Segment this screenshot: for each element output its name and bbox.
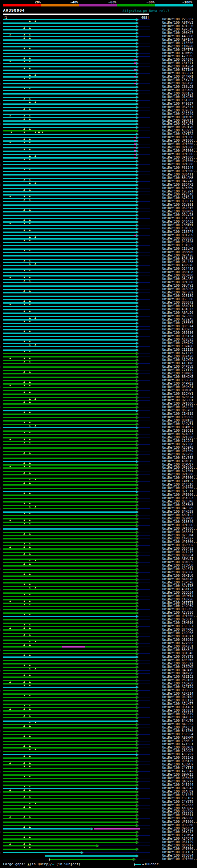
alignment-bar[interactable] — [3, 586, 136, 587]
alignment-row[interactable]: UniRef100_P69103 — [0, 678, 197, 682]
alignment-row[interactable]: UniRef100_A9P1N7 — [0, 38, 197, 41]
alignment-row[interactable]: UniRef100_Q0GN69 — [0, 210, 197, 213]
alignment-row[interactable]: UniRef100_C1MZG8 — [0, 45, 197, 48]
alignment-row[interactable]: UniRef100_B4K3F2 — [0, 726, 197, 729]
subject-label[interactable]: UniRef100_B8NT05 — [162, 419, 197, 422]
alignment-bar[interactable] — [3, 319, 136, 320]
alignment-row[interactable]: UniRef100_UPI000.. — [0, 847, 197, 850]
alignment-bar[interactable] — [3, 656, 136, 658]
subject-label[interactable]: UniRef100_B7T1N8 — [162, 68, 197, 71]
subject-label[interactable]: UniRef100_A9TLL0 — [162, 24, 197, 28]
alignment-row[interactable]: UniRef100_Q6J0Y5 — [0, 206, 197, 210]
subject-label[interactable]: UniRef100_Q4Q7Y7 — [162, 780, 197, 783]
alignment-row[interactable]: UniRef100_C1B7P4 — [0, 230, 197, 234]
alignment-row[interactable]: UniRef100_A8WUZ1 — [0, 557, 197, 560]
alignment-row[interactable]: UniRef100_O61129 — [0, 840, 197, 844]
subject-label[interactable]: UniRef100_UPI000.. — [162, 820, 197, 823]
alignment-bar[interactable] — [3, 198, 136, 199]
alignment-bar[interactable] — [3, 117, 136, 118]
alignment-bar[interactable] — [3, 697, 136, 698]
alignment-bar[interactable] — [3, 761, 136, 762]
alignment-row[interactable]: UniRef100_P63244 — [0, 166, 197, 169]
alignment-bar[interactable] — [3, 693, 136, 695]
alignment-bar[interactable] — [3, 326, 136, 327]
alignment-bar[interactable] — [3, 130, 136, 131]
alignment-bar[interactable] — [3, 313, 136, 314]
alignment-bar[interactable] — [3, 120, 136, 122]
alignment-bar[interactable] — [3, 178, 136, 179]
alignment-row[interactable]: UniRef100_C6ZQW2 — [0, 665, 197, 669]
alignment-row[interactable]: UniRef100_Q95NJ3 — [0, 776, 197, 780]
alignment-row[interactable]: UniRef100_C1E856 — [0, 41, 197, 45]
alignment-row[interactable]: UniRef100_Q0CSY4 — [0, 324, 197, 328]
alignment-bar[interactable] — [3, 525, 136, 526]
subject-label[interactable]: UniRef100_Q6VEJ7 — [162, 105, 197, 109]
subject-label[interactable]: UniRef100_A9BKM7 — [162, 736, 197, 739]
alignment-bar[interactable] — [3, 764, 136, 766]
alignment-bar[interactable] — [3, 623, 136, 624]
subject-label[interactable]: UniRef100_B7SP58 — [162, 453, 197, 456]
alignment-row[interactable]: UniRef100_UPI000.. — [0, 156, 197, 159]
subject-label[interactable]: UniRef100_A5E792 — [162, 752, 197, 756]
alignment-bar[interactable] — [3, 309, 136, 310]
alignment-bar[interactable] — [3, 784, 136, 786]
alignment-bar[interactable] — [3, 110, 136, 112]
alignment-row[interactable]: UniRef100_C4PG27 — [0, 537, 197, 540]
subject-label[interactable]: UniRef100_C1H819 — [162, 412, 197, 415]
alignment-bar[interactable] — [3, 349, 136, 351]
subject-label[interactable]: UniRef100_C4JRS6 — [162, 598, 197, 601]
alignment-row[interactable]: UniRef100_Q801L9 — [0, 92, 197, 95]
alignment-row[interactable]: UniRef100_B7G365 — [0, 314, 197, 318]
alignment-bar[interactable] — [3, 306, 136, 307]
alignment-bar[interactable] — [3, 269, 136, 270]
alignment-row[interactable]: UniRef100_Q5DD54 — [0, 591, 197, 594]
alignment-row[interactable]: UniRef100_Q95PD5 — [0, 608, 197, 611]
subject-label[interactable]: UniRef100_UPI000.. — [162, 466, 197, 469]
alignment-row[interactable]: UniRef100_Q5XUC3 — [0, 496, 197, 500]
alignment-bar[interactable] — [3, 781, 136, 782]
subject-label[interactable]: UniRef100_C8V4Q0 — [162, 345, 197, 348]
alignment-bar[interactable] — [3, 407, 136, 408]
subject-label[interactable]: UniRef100_P69103 — [162, 678, 197, 682]
subject-label[interactable]: UniRef100_A7TSL1 — [162, 742, 197, 746]
alignment-bar[interactable] — [3, 296, 136, 297]
alignment-row[interactable]: UniRef100_C5L954 — [0, 733, 197, 736]
alignment-bar[interactable] — [3, 208, 136, 209]
subject-label[interactable]: UniRef100_B2CNY1 — [162, 392, 197, 395]
subject-label[interactable]: UniRef100_B2ADC3 — [162, 432, 197, 436]
subject-label[interactable]: UniRef100_A1CIN8 — [162, 362, 197, 365]
alignment-row[interactable]: UniRef100_Q9U4Y2 — [0, 284, 197, 287]
alignment-row[interactable]: UniRef100_Q0PWT4 — [0, 594, 197, 598]
subject-label[interactable]: UniRef100_B4KUT6 — [162, 719, 197, 722]
subject-label[interactable]: UniRef100_C5YV24 — [162, 78, 197, 82]
alignment-row[interactable]: UniRef100_A2V883 — [0, 641, 197, 645]
alignment-row[interactable]: UniRef100_Q6VEJ7 — [0, 105, 197, 109]
subject-label[interactable]: UniRef100_C5FEE7 — [162, 321, 197, 324]
subject-label[interactable]: UniRef100_C6TJD3 — [162, 98, 197, 102]
alignment-bar[interactable] — [3, 508, 136, 509]
alignment-bar[interactable] — [3, 515, 136, 516]
alignment-bar[interactable] — [3, 795, 136, 796]
subject-label[interactable]: UniRef100_O18640 — [162, 520, 197, 523]
subject-label[interactable]: UniRef100_B6K8C2 — [162, 648, 197, 652]
alignment-row[interactable]: UniRef100_C5DGD7 — [0, 749, 197, 752]
alignment-row[interactable]: UniRef100_UPI000.. — [0, 159, 197, 162]
subject-label[interactable]: UniRef100_Q8LAF2 — [162, 277, 197, 280]
alignment-bar[interactable] — [45, 856, 135, 857]
alignment-bar[interactable] — [3, 512, 136, 513]
alignment-row[interactable]: UniRef100_UPI000.. — [0, 540, 197, 544]
alignment-row[interactable]: UniRef100_Q2V991 — [0, 203, 197, 206]
alignment-bar[interactable] — [3, 377, 136, 378]
alignment-row[interactable]: UniRef100_C5GGJ3 — [0, 378, 197, 382]
subject-label[interactable]: UniRef100_C5GGJ3 — [162, 378, 197, 382]
alignment-row[interactable]: UniRef100_O42249 — [0, 112, 197, 116]
alignment-row[interactable]: UniRef100_Q2F5M4 — [0, 534, 197, 537]
subject-label[interactable]: UniRef100_A0EZW3 — [162, 658, 197, 662]
alignment-row[interactable]: UniRef100_B4LCS2 — [0, 722, 197, 726]
subject-label[interactable]: UniRef100_B2BF24 — [162, 395, 197, 399]
alignment-bar[interactable] — [3, 188, 136, 189]
subject-label[interactable]: UniRef100_O42249 — [162, 112, 197, 116]
alignment-row[interactable]: UniRef100_Q21215 — [0, 550, 197, 554]
subject-label[interactable]: UniRef100_B3RW27 — [162, 463, 197, 466]
alignment-bar[interactable] — [3, 734, 136, 735]
